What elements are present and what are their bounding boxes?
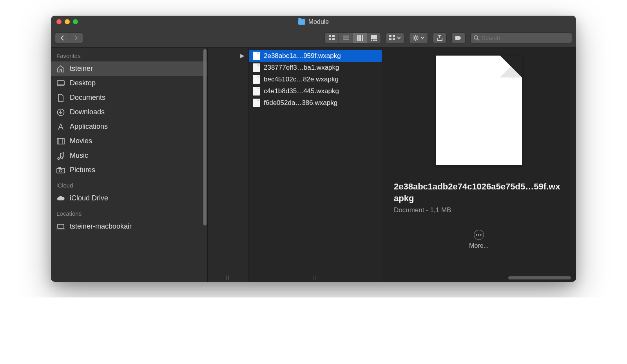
svg-line-20 <box>478 39 479 40</box>
home-icon <box>56 65 65 73</box>
svg-rect-14 <box>389 35 391 37</box>
finder-window: Module <box>51 16 576 282</box>
svg-point-28 <box>60 169 62 172</box>
svg-rect-5 <box>343 38 349 38</box>
column-resize-handle[interactable]: || <box>226 275 230 280</box>
file-list-column: 2e38abc1a…959f.wxapkg 238777eff3…ba1.wxa… <box>249 48 382 282</box>
grid-icon <box>329 35 335 41</box>
column-resize-handle[interactable]: || <box>313 275 317 280</box>
file-row[interactable]: c4e1b8d35…445.wxapkg <box>249 85 382 97</box>
pictures-icon <box>56 166 65 174</box>
more-button[interactable]: ••• More... <box>469 230 489 249</box>
disclosure-arrow-icon: ▶ <box>236 50 248 61</box>
arrange-button[interactable] <box>386 32 404 43</box>
ellipsis-icon: ••• <box>474 230 484 240</box>
search-field[interactable] <box>470 32 572 43</box>
folder-icon <box>298 19 305 25</box>
icon-view-button[interactable] <box>324 32 339 43</box>
gear-icon <box>413 35 419 41</box>
downloads-icon <box>56 108 65 116</box>
back-button[interactable] <box>55 32 69 43</box>
preview-column: 2e38abc1adb2e74c1026a5e75d5…59f.wxapkg D… <box>382 48 576 282</box>
sidebar-item-pictures[interactable]: Pictures <box>51 163 207 177</box>
sidebar-item-desktop[interactable]: Desktop <box>51 76 207 90</box>
sidebar-section-locations: Locations <box>51 205 207 219</box>
chevron-right-icon <box>74 35 78 41</box>
svg-rect-9 <box>362 35 363 41</box>
sidebar-scrollbar[interactable] <box>203 49 207 225</box>
titlebar: Module <box>51 16 576 28</box>
sidebar-item-label: tsteiner-macbookair <box>70 222 132 231</box>
svg-rect-1 <box>332 35 335 37</box>
tag-icon <box>455 35 462 41</box>
window-title: Module <box>51 18 576 25</box>
sidebar-item-label: Applications <box>70 123 108 131</box>
sidebar-item-downloads[interactable]: Downloads <box>51 105 207 119</box>
sidebar-item-music[interactable]: Music <box>51 148 207 163</box>
file-name: f6de052da…386.wxapkg <box>264 99 337 107</box>
action-menu-button[interactable] <box>409 32 428 43</box>
file-row[interactable]: 238777eff3…ba1.wxapkg <box>249 62 382 74</box>
chevron-down-icon <box>397 36 401 40</box>
grid-icon <box>389 35 395 41</box>
file-row[interactable]: 2e38abc1a…959f.wxapkg <box>249 50 382 62</box>
laptop-icon <box>56 223 65 231</box>
arrange-group <box>386 32 404 43</box>
svg-rect-0 <box>329 35 331 37</box>
movies-icon <box>56 137 65 145</box>
svg-rect-21 <box>57 81 64 85</box>
tags-button[interactable] <box>451 32 466 43</box>
forward-button[interactable] <box>69 32 83 43</box>
column-view-button[interactable] <box>353 32 367 43</box>
svg-rect-15 <box>393 35 395 37</box>
svg-rect-13 <box>375 40 377 41</box>
file-row[interactable]: f6de052da…386.wxapkg <box>249 97 382 109</box>
svg-point-19 <box>474 36 478 39</box>
file-row[interactable]: bec45102c…82e.wxapkg <box>249 74 382 85</box>
preview-pane: 2e38abc1adb2e74c1026a5e75d5…59f.wxapkg D… <box>382 50 576 257</box>
desktop-icon <box>56 79 65 87</box>
list-view-button[interactable] <box>339 32 353 43</box>
preview-file-name: 2e38abc1adb2e74c1026a5e75d5…59f.wxapkg <box>394 181 564 204</box>
toolbar <box>51 28 576 48</box>
file-name: 2e38abc1a…959f.wxapkg <box>264 52 341 60</box>
sidebar-item-label: tsteiner <box>70 65 93 73</box>
sidebar-item-label: Movies <box>70 137 92 145</box>
window-title-text: Module <box>308 18 329 25</box>
svg-rect-24 <box>57 139 64 144</box>
sidebar-item-label: Downloads <box>70 108 105 116</box>
svg-rect-8 <box>359 35 361 41</box>
more-label: More... <box>469 242 489 249</box>
chevron-down-icon <box>420 36 424 40</box>
gallery-view-button[interactable] <box>367 32 381 43</box>
file-name: 238777eff3…ba1.wxapkg <box>264 64 339 72</box>
chevron-left-icon <box>60 35 64 41</box>
preview-document-icon <box>436 56 522 165</box>
sidebar: Favorites tsteiner Desktop Documents Dow… <box>51 48 208 282</box>
svg-rect-2 <box>329 38 331 40</box>
sidebar-item-laptop[interactable]: tsteiner-macbookair <box>51 219 207 234</box>
list-icon <box>343 35 349 41</box>
preview-scrollbar[interactable] <box>508 276 571 279</box>
sidebar-item-documents[interactable]: Documents <box>51 90 207 105</box>
sidebar-item-label: Music <box>70 151 88 160</box>
file-name: bec45102c…82e.wxapkg <box>264 76 339 83</box>
share-button[interactable] <box>433 32 447 43</box>
sidebar-item-icloud-drive[interactable]: iCloud Drive <box>51 191 207 205</box>
search-input[interactable] <box>482 34 569 41</box>
svg-rect-3 <box>332 38 335 40</box>
svg-rect-17 <box>393 38 395 40</box>
svg-point-18 <box>415 37 417 39</box>
document-icon <box>253 99 260 107</box>
sidebar-item-applications[interactable]: Applications <box>51 119 207 134</box>
music-icon <box>56 152 65 160</box>
parent-column[interactable]: ▶ || <box>208 48 249 282</box>
sidebar-item-label: Desktop <box>70 79 96 87</box>
sidebar-item-home[interactable]: tsteiner <box>51 61 207 76</box>
preview-file-meta: Document - 1,1 MB <box>394 206 564 214</box>
sidebar-item-label: Documents <box>70 94 105 102</box>
svg-rect-10 <box>371 35 377 39</box>
share-icon <box>437 35 442 41</box>
nav-group <box>55 32 83 43</box>
sidebar-item-movies[interactable]: Movies <box>51 134 207 148</box>
